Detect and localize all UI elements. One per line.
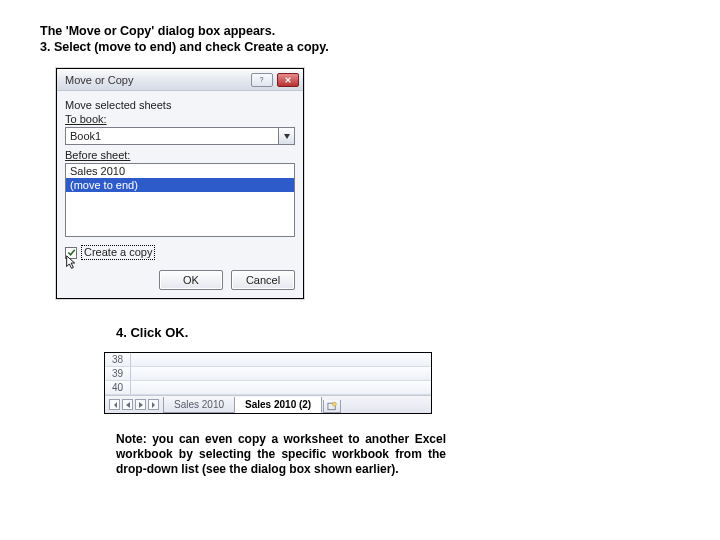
sheet-nav-arrows [107,399,163,410]
move-or-copy-dialog: Move or Copy ? Move selected sheets To b… [56,68,304,299]
new-sheet-tab-icon[interactable] [323,400,341,413]
sheet-tab[interactable]: Sales 2010 [163,397,235,413]
grid-row: 38 [105,353,431,367]
cancel-button[interactable]: Cancel [231,270,295,290]
to-book-label: To book: [65,113,295,125]
dialog-title: Move or Copy [65,74,247,86]
nav-next-icon[interactable] [135,399,146,410]
grid-row: 40 [105,381,431,395]
sheet-tab-bar: Sales 2010 Sales 2010 (2) [105,395,431,413]
svg-text:?: ? [260,76,264,84]
note-paragraph: Note: you can even copy a worksheet to a… [116,432,446,477]
combo-arrow-icon[interactable] [278,128,294,144]
dialog-button-row: OK Cancel [65,266,295,290]
ok-button[interactable]: OK [159,270,223,290]
sheet-tab-active[interactable]: Sales 2010 (2) [234,397,322,413]
list-item-selected[interactable]: (move to end) [66,178,294,192]
nav-first-icon[interactable] [109,399,120,410]
dialog-titlebar: Move or Copy ? [57,69,303,91]
worksheet-tabs-figure: 38 39 40 Sales 2010 Sales 2010 (2) [104,352,432,414]
close-button[interactable] [277,73,299,87]
intro-line-2: 3. Select (move to end) and check Create… [40,40,692,54]
move-selected-label: Move selected sheets [65,99,295,111]
list-item[interactable]: Sales 2010 [66,164,294,178]
nav-prev-icon[interactable] [122,399,133,410]
to-book-combo[interactable]: Book1 [65,127,295,145]
intro-text: The 'Move or Copy' dialog box appears. 3… [40,24,692,54]
step-4-text: 4. Click OK. [116,325,692,340]
grid-row: 39 [105,367,431,381]
row-header: 39 [105,367,131,380]
before-sheet-label: Before sheet: [65,149,295,161]
svg-point-2 [332,402,336,406]
nav-last-icon[interactable] [148,399,159,410]
create-copy-label: Create a copy [81,245,155,260]
intro-line-1: The 'Move or Copy' dialog box appears. [40,24,692,38]
row-header: 38 [105,353,131,366]
before-sheet-listbox[interactable]: Sales 2010 (move to end) [65,163,295,237]
cursor-icon [65,255,79,271]
create-copy-row[interactable]: Create a copy [65,245,295,260]
to-book-value: Book1 [66,130,278,142]
row-header: 40 [105,381,131,394]
help-button[interactable]: ? [251,73,273,87]
